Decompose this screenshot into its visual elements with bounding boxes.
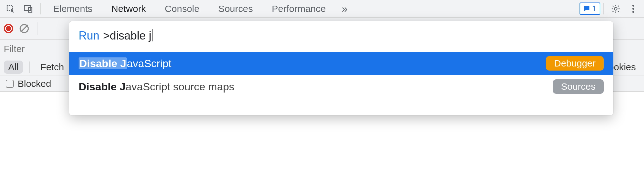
devtools-tabstrip: Elements Network Console Sources Perform… (0, 0, 644, 18)
panel-tabs: Elements Network Console Sources Perform… (44, 0, 335, 17)
chip-fetch[interactable]: Fetch (36, 61, 68, 74)
inspect-element-icon[interactable] (2, 0, 19, 18)
device-toolbar-icon[interactable] (19, 0, 37, 18)
command-category-badge: Sources (553, 79, 604, 92)
command-palette-query: >disable j (103, 29, 153, 42)
tab-console[interactable]: Console (155, 0, 209, 17)
issues-count: 1 (592, 4, 597, 13)
tab-network[interactable]: Network (102, 0, 155, 17)
command-category-badge: Debugger (546, 56, 604, 71)
divider (40, 3, 41, 14)
tab-sources[interactable]: Sources (209, 0, 262, 17)
divider (29, 61, 30, 73)
tab-performance[interactable]: Performance (262, 0, 335, 17)
message-icon (583, 5, 590, 12)
issues-badge[interactable]: 1 (580, 3, 600, 15)
filter-input[interactable] (4, 44, 42, 54)
command-palette-item[interactable]: Disable JavaScript Debugger (69, 52, 613, 75)
command-text: Disable JavaScript (79, 57, 171, 70)
kebab-menu-icon[interactable] (625, 0, 642, 18)
more-tabs-icon[interactable]: » (335, 3, 354, 15)
divider (603, 3, 604, 14)
svg-point-5 (632, 8, 634, 10)
svg-rect-1 (25, 6, 31, 11)
command-text: Disable JavaScript source maps (79, 81, 234, 92)
clear-icon[interactable] (19, 23, 31, 34)
svg-point-4 (632, 5, 634, 7)
blocked-checkbox[interactable] (6, 80, 14, 88)
chip-all[interactable]: All (4, 61, 23, 74)
text-caret (152, 29, 153, 41)
blocked-label: Blocked (18, 78, 51, 89)
command-palette-input[interactable]: Run >disable j (69, 21, 613, 52)
run-label: Run (79, 29, 99, 42)
settings-gear-icon[interactable] (607, 0, 625, 18)
record-button-icon[interactable] (4, 24, 13, 33)
command-palette-item[interactable]: Disable JavaScript source maps Sources (69, 75, 613, 92)
tab-elements[interactable]: Elements (44, 0, 102, 17)
divider (37, 22, 37, 35)
svg-point-6 (632, 11, 634, 13)
svg-point-3 (614, 7, 617, 10)
command-palette: Run >disable j Disable JavaScript Debugg… (69, 21, 613, 92)
